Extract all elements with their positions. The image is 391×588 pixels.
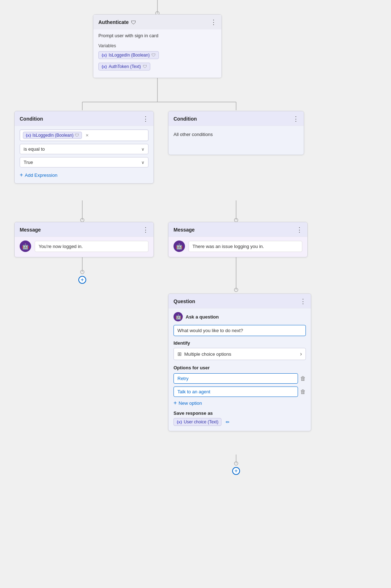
bot-icon-left: 🤖: [22, 243, 29, 250]
variables-label: Variables: [98, 43, 216, 48]
grid-icon: ⊞: [177, 351, 182, 357]
message-left-bubble[interactable]: You're now logged in.: [35, 241, 148, 252]
condition-var-shield: 🛡: [75, 133, 79, 138]
delete-retry-button[interactable]: 🗑: [300, 375, 306, 382]
message-right-menu-button[interactable]: ⋮: [296, 226, 303, 234]
authenticate-card: Authenticate 🛡 ⋮ Prompt user with sign i…: [93, 14, 222, 78]
condition-comparator-value: is equal to: [24, 146, 45, 152]
authenticate-title: Authenticate: [98, 19, 129, 25]
question-text-input[interactable]: [173, 325, 306, 336]
condition-left-header: Condition ⋮: [15, 111, 153, 126]
condition-value-text: True: [24, 160, 33, 165]
value-chevron-icon: ∨: [141, 160, 145, 165]
option-input-retry[interactable]: [173, 373, 298, 384]
plus-new-option-icon: +: [173, 400, 177, 406]
message-right-title: Message: [173, 227, 195, 233]
identify-label: Identify: [173, 340, 306, 346]
add-node-button-bottom[interactable]: +: [232, 467, 240, 475]
condition-right-header: Condition ⋮: [168, 111, 304, 126]
identify-left: ⊞ Multiple choice options: [177, 351, 231, 357]
condition-left-menu-button[interactable]: ⋮: [142, 115, 149, 123]
ask-question-label: Ask a question: [186, 314, 219, 320]
message-left-body: 🤖 You're now logged in.: [15, 237, 153, 257]
condition-var-name: IsLoggedIn (Boolean): [33, 133, 74, 138]
variable-chip-authtoken: {x} AuthToken (Text) 🛡: [98, 63, 150, 71]
ask-question-row: 🤖 Ask a question: [173, 312, 306, 321]
condition-var-close[interactable]: ✕: [85, 133, 89, 138]
shield-authtoken: 🛡: [143, 64, 147, 69]
add-expression-label: Add Expression: [25, 172, 57, 178]
authenticate-shield-icon: 🛡: [131, 19, 136, 25]
question-card: Question ⋮ 🤖 Ask a question Identify ⊞ M…: [168, 293, 311, 431]
question-menu-button[interactable]: ⋮: [300, 297, 307, 305]
save-var-name: User choice (Text): [184, 419, 219, 424]
question-body: 🤖 Ask a question Identify ⊞ Multiple cho…: [168, 308, 311, 431]
message-right-text: There was an issue logging you in.: [192, 244, 264, 249]
save-var-icon: {x}: [177, 420, 182, 424]
identify-chevron-icon: ›: [300, 351, 302, 357]
condition-right-menu-button[interactable]: ⋮: [293, 115, 299, 123]
bot-avatar-left: 🤖: [20, 240, 31, 252]
message-right-bubble[interactable]: There was an issue logging you in.: [189, 241, 302, 252]
message-left-menu-button[interactable]: ⋮: [142, 226, 149, 234]
shield-isloggedin: 🛡: [151, 53, 156, 58]
authenticate-prompt: Prompt user with sign in card: [98, 33, 216, 38]
option-input-agent[interactable]: [173, 387, 298, 397]
message-left-text: You're now logged in.: [39, 244, 83, 249]
condition-expr-row: {x} IsLoggedIn (Boolean) 🛡 ✕: [20, 130, 148, 141]
identify-value: Multiple choice options: [184, 351, 231, 357]
svg-point-15: [234, 462, 238, 465]
variable-name-authtoken: AuthToken (Text): [109, 64, 141, 69]
message-left-header: Message ⋮: [15, 222, 153, 237]
variable-name-isloggedin: IsLoggedIn (Boolean): [109, 53, 150, 58]
condition-right-card: Condition ⋮ All other conditions: [168, 111, 304, 155]
var-icon-authtoken: {x}: [102, 64, 107, 69]
new-option-label: New option: [179, 400, 202, 406]
authenticate-header-left: Authenticate 🛡: [98, 19, 136, 25]
authenticate-menu-button[interactable]: ⋮: [210, 18, 217, 26]
variable-chip-isloggedin: {x} IsLoggedIn (Boolean) 🛡: [98, 51, 159, 59]
message-left-title: Message: [20, 227, 41, 233]
condition-right-title: Condition: [173, 116, 197, 122]
add-node-button-left[interactable]: +: [78, 276, 86, 284]
message-right-row: 🤖 There was an issue logging you in.: [173, 240, 302, 252]
new-option-button[interactable]: + New option: [173, 400, 202, 406]
plus-icon-bottom: +: [234, 468, 238, 474]
plus-icon-left: +: [80, 277, 84, 283]
condition-var-chip: {x} IsLoggedIn (Boolean) 🛡: [23, 132, 82, 139]
authenticate-header: Authenticate 🛡 ⋮: [93, 15, 221, 29]
message-left-row: 🤖 You're now logged in.: [20, 240, 148, 252]
condition-left-body: {x} IsLoggedIn (Boolean) 🛡 ✕ is equal to…: [15, 126, 153, 183]
option-row-retry: 🗑: [173, 373, 306, 384]
option-row-agent: 🗑: [173, 387, 306, 397]
condition-value-select[interactable]: True ∨: [20, 157, 148, 167]
svg-point-11: [80, 270, 84, 274]
svg-point-9: [234, 218, 238, 222]
question-title: Question: [173, 298, 195, 304]
add-expression-button[interactable]: + Add Expression: [20, 172, 57, 178]
condition-var-icon: {x}: [26, 133, 31, 137]
edit-save-var-button[interactable]: ✏: [226, 419, 230, 425]
bot-avatar-right: 🤖: [173, 240, 185, 252]
save-response-label: Save response as: [173, 410, 306, 416]
message-right-header: Message ⋮: [168, 222, 307, 237]
message-left-card: Message ⋮ 🤖 You're now logged in.: [14, 222, 154, 257]
svg-point-13: [234, 288, 238, 292]
question-header: Question ⋮: [168, 294, 311, 308]
message-right-body: 🤖 There was an issue logging you in.: [168, 237, 307, 257]
plus-icon: +: [20, 172, 23, 178]
condition-comparator-select[interactable]: is equal to ∨: [20, 144, 148, 154]
save-response-chip: {x} User choice (Text): [173, 418, 221, 426]
message-right-card: Message ⋮ 🤖 There was an issue logging y…: [168, 222, 308, 257]
all-other-conditions-text: All other conditions: [173, 130, 299, 139]
comparator-chevron-icon: ∨: [141, 147, 145, 152]
identify-select[interactable]: ⊞ Multiple choice options ›: [173, 348, 306, 360]
options-for-user-label: Options for user: [173, 365, 306, 370]
condition-right-body: All other conditions: [168, 126, 304, 155]
delete-agent-button[interactable]: 🗑: [300, 389, 306, 395]
bot-icon-question: 🤖: [175, 314, 181, 320]
var-icon-isloggedin: {x}: [102, 53, 107, 57]
authenticate-body: Prompt user with sign in card Variables …: [93, 29, 221, 78]
canvas: Authenticate 🛡 ⋮ Prompt user with sign i…: [0, 0, 391, 588]
condition-left-title: Condition: [20, 116, 43, 122]
